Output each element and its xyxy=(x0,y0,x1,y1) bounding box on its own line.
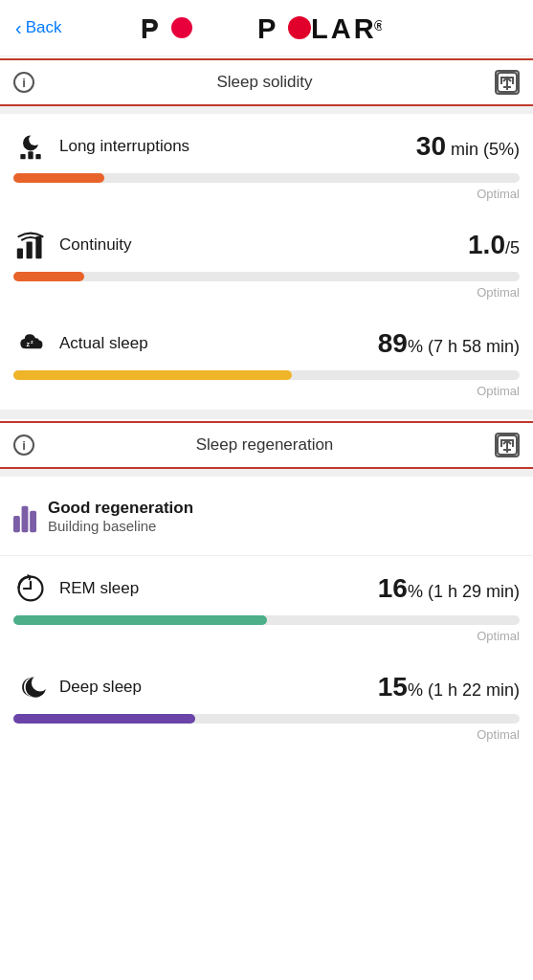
rem-sleep-value: 16% (1 h 29 min) xyxy=(378,573,520,604)
actual-sleep-bar-track xyxy=(13,370,520,380)
actual-sleep-big-num: 89 xyxy=(378,328,408,358)
long-interruptions-bar-fill xyxy=(13,173,104,183)
actual-sleep-bar-fill xyxy=(13,370,292,380)
rem-sleep-icon xyxy=(13,571,48,606)
polar-wordmark: P O LAR ® xyxy=(257,11,382,44)
sleep-solidity-title: Sleep solidity xyxy=(34,73,495,92)
upload-svg xyxy=(497,72,518,93)
continuity-svg xyxy=(15,230,46,260)
continuity-bar-container xyxy=(0,266,533,283)
rem-sleep-svg xyxy=(15,573,46,604)
continuity-value: 1.0/5 xyxy=(468,230,520,260)
good-regeneration-block: Good regeneration Building baseline xyxy=(0,477,533,555)
actual-sleep-svg: z z xyxy=(15,328,46,359)
polar-logo-svg: P P xyxy=(141,12,255,43)
good-regeneration-icon xyxy=(13,492,36,540)
deep-sleep-label: Deep sleep xyxy=(59,678,366,697)
good-regeneration-title: Good regeneration xyxy=(48,499,193,518)
svg-text:z: z xyxy=(27,341,31,348)
svg-text:P: P xyxy=(257,13,278,44)
regen-bars-svg xyxy=(13,497,36,535)
svg-rect-18 xyxy=(17,249,23,259)
svg-rect-27 xyxy=(22,506,29,532)
long-interruptions-big-num: 30 xyxy=(416,131,446,161)
continuity-big-num: 1.0 xyxy=(468,230,505,259)
svg-rect-19 xyxy=(27,241,33,258)
sleep-regeneration-title: Sleep regeneration xyxy=(34,435,495,455)
upload-svg-2 xyxy=(497,434,518,456)
rem-sleep-optimal: Optimal xyxy=(0,627,533,655)
good-regeneration-text: Good regeneration Building baseline xyxy=(48,499,193,534)
rem-sleep-big-num: 16 xyxy=(378,573,408,603)
svg-text:z: z xyxy=(31,339,33,345)
rem-sleep-bar-track xyxy=(13,615,520,625)
actual-sleep-label: Actual sleep xyxy=(59,334,366,353)
continuity-row: Continuity 1.0/5 xyxy=(0,212,533,266)
polar-logo: P P P O LAR ® xyxy=(141,11,382,44)
actual-sleep-row: z z Actual sleep 89% (7 h 58 min) xyxy=(0,311,533,365)
sleep-regeneration-upload-icon[interactable] xyxy=(495,433,520,457)
svg-text:O: O xyxy=(289,13,313,44)
back-button[interactable]: ‹ Back xyxy=(15,17,61,39)
long-interruptions-optimal: Optimal xyxy=(0,185,533,212)
svg-point-2 xyxy=(176,22,188,33)
svg-text:P: P xyxy=(141,14,160,43)
actual-sleep-bar-container xyxy=(0,365,533,382)
svg-text:®: ® xyxy=(374,18,382,33)
back-label: Back xyxy=(26,18,62,37)
svg-rect-23 xyxy=(498,435,517,455)
long-interruptions-row: Long interruptions 30 min (5%) xyxy=(0,114,533,167)
divider-3 xyxy=(0,469,533,477)
actual-sleep-value: 89% (7 h 58 min) xyxy=(378,328,520,359)
continuity-optimal: Optimal xyxy=(0,283,533,311)
deep-sleep-svg xyxy=(15,672,46,702)
deep-sleep-big-num: 15 xyxy=(378,672,408,702)
long-interruptions-value: 30 min (5%) xyxy=(416,131,520,162)
continuity-unit: /5 xyxy=(505,238,520,257)
sleep-regeneration-header: i Sleep regeneration xyxy=(0,421,533,469)
actual-sleep-icon: z z xyxy=(13,326,48,361)
divider-1 xyxy=(0,106,533,114)
deep-sleep-bar-container xyxy=(0,708,533,725)
deep-sleep-bar-fill xyxy=(13,714,195,724)
long-interruptions-bar-track xyxy=(13,173,520,183)
rem-sleep-row: REM sleep 16% (1 h 29 min) xyxy=(0,556,533,610)
svg-rect-16 xyxy=(28,151,33,159)
continuity-icon xyxy=(13,228,48,262)
svg-rect-10 xyxy=(498,73,517,92)
svg-point-14 xyxy=(29,134,40,145)
deep-sleep-bar-track xyxy=(13,714,520,724)
deep-sleep-row: Deep sleep 15% (1 h 22 min) xyxy=(0,655,533,708)
deep-sleep-icon xyxy=(13,670,48,704)
svg-rect-26 xyxy=(13,516,20,532)
rem-sleep-bar-container xyxy=(0,610,533,627)
continuity-bar-fill xyxy=(13,272,84,281)
continuity-bar-track xyxy=(13,272,520,281)
deep-sleep-optimal: Optimal xyxy=(0,725,533,753)
back-chevron-icon: ‹ xyxy=(15,17,22,39)
sleep-regeneration-info-icon[interactable]: i xyxy=(13,434,34,456)
svg-text:LAR: LAR xyxy=(311,13,377,44)
long-interruptions-unit: min (5%) xyxy=(446,140,520,159)
rem-sleep-label: REM sleep xyxy=(59,579,366,598)
sleep-solidity-header: i Sleep solidity xyxy=(0,58,533,106)
bottom-spacer xyxy=(0,753,533,768)
header: ‹ Back P P P O LAR ® xyxy=(0,0,533,56)
rem-sleep-bar-fill xyxy=(13,615,267,625)
good-regeneration-subtitle: Building baseline xyxy=(48,518,193,534)
svg-rect-15 xyxy=(20,154,25,159)
deep-sleep-unit: % (1 h 22 min) xyxy=(408,680,520,700)
deep-sleep-value: 15% (1 h 22 min) xyxy=(378,672,520,702)
divider-2 xyxy=(0,410,533,419)
long-interruptions-bar-container xyxy=(0,167,533,185)
sleep-solidity-upload-icon[interactable] xyxy=(495,70,520,95)
sleep-solidity-info-icon[interactable]: i xyxy=(13,72,34,93)
svg-rect-17 xyxy=(35,154,40,159)
svg-rect-28 xyxy=(30,511,36,532)
interruptions-svg xyxy=(15,131,46,162)
rem-sleep-unit: % (1 h 29 min) xyxy=(408,582,520,601)
actual-sleep-optimal: Optimal xyxy=(0,382,533,410)
actual-sleep-unit: % (7 h 58 min) xyxy=(408,337,520,356)
long-interruptions-label: Long interruptions xyxy=(59,137,405,156)
long-interruptions-icon xyxy=(13,129,48,164)
